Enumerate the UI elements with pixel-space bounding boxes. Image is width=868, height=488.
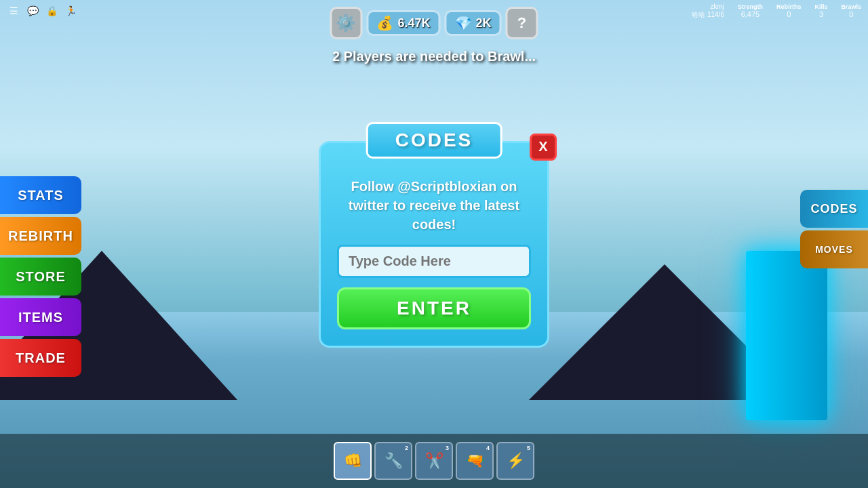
codes-modal: CODES X Follow @Scriptbloxian on twitter… bbox=[319, 141, 549, 348]
modal-body: X Follow @Scriptbloxian on twitter to re… bbox=[319, 141, 549, 348]
modal-follow-text: Follow @Scriptbloxian on twitter to rece… bbox=[337, 177, 531, 234]
modal-close-button[interactable]: X bbox=[530, 134, 557, 161]
modal-title: CODES bbox=[366, 122, 502, 159]
code-input[interactable] bbox=[337, 245, 531, 278]
enter-button[interactable]: ENTER bbox=[337, 287, 531, 329]
modal-overlay: CODES X Follow @Scriptbloxian on twitter… bbox=[0, 0, 868, 488]
